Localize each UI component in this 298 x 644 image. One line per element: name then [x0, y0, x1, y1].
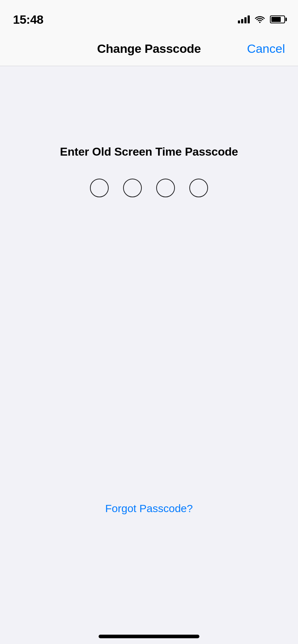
passcode-section: Enter Old Screen Time Passcode — [60, 145, 238, 197]
passcode-dot-4 — [189, 179, 208, 197]
home-indicator — [99, 635, 199, 638]
forgot-passcode-button[interactable]: Forgot Passcode? — [105, 502, 193, 515]
passcode-dot-1 — [90, 179, 109, 197]
nav-bar: Change Passcode Cancel — [0, 32, 298, 66]
main-content: Enter Old Screen Time Passcode Forgot Pa… — [0, 66, 298, 644]
nav-title: Change Passcode — [97, 42, 201, 56]
status-bar: 15:48 — [0, 0, 298, 32]
passcode-dots — [90, 179, 208, 197]
cancel-button[interactable]: Cancel — [247, 42, 285, 56]
battery-icon — [270, 15, 285, 23]
battery-fill — [271, 17, 281, 22]
passcode-dot-2 — [123, 179, 142, 197]
passcode-dot-3 — [156, 179, 175, 197]
status-icons — [238, 15, 285, 23]
wifi-icon — [255, 15, 265, 23]
status-time: 15:48 — [13, 13, 43, 27]
signal-icon — [238, 15, 250, 23]
passcode-prompt: Enter Old Screen Time Passcode — [60, 145, 238, 158]
